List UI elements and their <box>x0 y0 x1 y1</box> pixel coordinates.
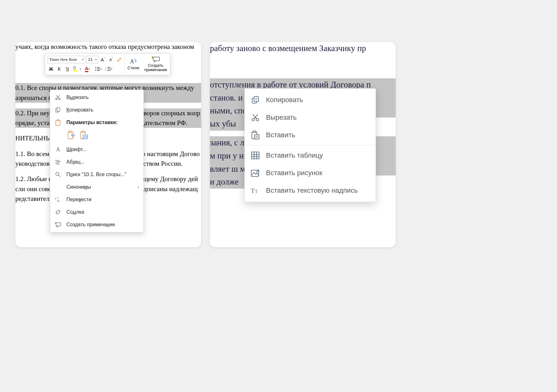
svg-rect-36 <box>255 98 257 99</box>
format-painter-button[interactable] <box>116 56 123 63</box>
menu-label: Вставить рисунок <box>266 169 370 177</box>
svg-rect-10 <box>107 69 111 69</box>
svg-rect-2 <box>97 67 100 68</box>
underline-button[interactable]: Ч <box>64 65 71 73</box>
copy-icon <box>55 107 61 113</box>
font-name-combo[interactable]: Times New Rom ▾ <box>48 56 85 63</box>
font-icon: А <box>55 146 61 153</box>
menu-label: Создать примечание <box>66 222 139 227</box>
doc-line: работу заново с возмещением Заказчику пр <box>210 42 396 55</box>
styles-icon: A <box>129 58 138 65</box>
cut-menu-item[interactable]: Вырезать <box>50 91 143 104</box>
shrink-font-button[interactable]: A˅ <box>108 56 115 63</box>
svg-rect-0 <box>73 70 78 71</box>
svg-rect-45 <box>252 152 259 159</box>
cut-menu-item[interactable]: Вырезать <box>245 109 376 126</box>
svg-text:T: T <box>251 187 255 194</box>
submenu-arrow-icon: › <box>138 185 139 190</box>
font-color-button[interactable]: А ▾ <box>83 65 92 73</box>
insert-image-menu-item[interactable]: Вставить рисунок <box>245 164 376 182</box>
italic-button[interactable]: К <box>56 65 63 73</box>
new-comment-label: Создать примечание <box>144 63 167 72</box>
scissors-icon <box>250 112 260 123</box>
editor-context-menu-panel: работу заново с возмещением Заказчику пр… <box>210 42 396 247</box>
svg-rect-18 <box>57 107 60 111</box>
comment-icon <box>55 221 61 228</box>
svg-point-51 <box>256 171 258 172</box>
svg-rect-44 <box>256 137 258 138</box>
svg-rect-22 <box>69 131 72 133</box>
doc-line: учаях, когда возможность такого отказа п… <box>15 42 201 52</box>
font-size-combo[interactable]: 11 ▾ <box>86 56 98 63</box>
text-icon: TT <box>250 186 260 196</box>
font-size-value: 11 <box>88 56 92 63</box>
grow-font-button[interactable]: A˄ <box>100 56 107 63</box>
menu-label: Вставить текстовую надпись <box>266 186 370 195</box>
menu-label: Абзац... <box>66 159 139 165</box>
svg-point-1 <box>95 67 96 68</box>
create-comment-menu-item[interactable]: Создать примечание <box>50 218 143 231</box>
menu-label: Ссылка <box>66 209 139 215</box>
clipboard-icon <box>55 119 61 126</box>
svg-rect-4 <box>97 69 100 69</box>
styles-button[interactable]: A Стили <box>125 54 142 74</box>
svg-text:A: A <box>130 58 134 65</box>
paste-picture-button[interactable] <box>79 130 89 140</box>
paragraph-icon <box>55 159 61 165</box>
menu-label: Вырезать <box>66 95 139 100</box>
svg-point-30 <box>56 172 59 175</box>
svg-text:3: 3 <box>105 70 106 71</box>
svg-rect-37 <box>255 99 257 100</box>
search-menu-item[interactable]: Поиск "10.1. Все споры..." <box>50 168 143 181</box>
dropdown-arrow-icon: ▾ <box>100 67 102 71</box>
svg-rect-26 <box>55 160 60 161</box>
menu-label: Перевести <box>66 197 139 202</box>
menu-label: Копировать <box>66 107 139 113</box>
font-menu-item[interactable]: А Шрифт... <box>50 143 143 156</box>
menu-label: Вставить <box>266 131 370 139</box>
bold-button[interactable]: Ж <box>48 65 55 73</box>
paragraph-menu-item[interactable]: Абзац... <box>50 156 143 168</box>
font-name-value: Times New Rom <box>49 56 77 63</box>
copy-icon <box>250 95 260 105</box>
synonyms-menu-item[interactable]: Синонимы › <box>50 181 143 193</box>
svg-rect-42 <box>255 135 259 139</box>
translate-icon: a字 <box>55 196 61 203</box>
insert-table-menu-item[interactable]: Вставить таблицу <box>245 147 376 164</box>
scissors-icon <box>55 94 61 101</box>
context-menu: Вырезать Копировать Параметры вставки: А <box>50 90 144 233</box>
menu-separator <box>245 145 376 145</box>
svg-text:a: a <box>55 197 56 200</box>
svg-point-39 <box>256 118 259 121</box>
menu-label: Поиск "10.1. Все споры..." <box>66 172 139 177</box>
translate-menu-item[interactable]: a字 Перевести <box>50 193 143 206</box>
dropdown-arrow-icon: ▾ <box>95 56 97 63</box>
svg-point-38 <box>252 118 254 121</box>
copy-menu-item[interactable]: Копировать <box>245 91 376 109</box>
link-menu-item[interactable]: Ссылка <box>50 206 143 218</box>
word-context-menu-panel: учаях, когда возможность такого отказа п… <box>15 42 201 247</box>
highlight-color-button[interactable]: ▾ <box>72 65 81 73</box>
svg-rect-27 <box>56 161 61 162</box>
blank-icon <box>55 184 61 191</box>
svg-point-3 <box>95 69 96 70</box>
svg-rect-35 <box>254 97 258 102</box>
styles-label: Стили <box>128 66 139 70</box>
mini-format-toolbar: Times New Rom ▾ 11 ▾ A˄ A˅ Ж <box>45 53 170 75</box>
paste-menu-item[interactable]: Вставить <box>245 126 376 144</box>
numbering-button[interactable]: 123 ▾ <box>104 65 113 73</box>
svg-text:T: T <box>255 189 258 194</box>
menu-label: Вставить таблицу <box>266 151 370 159</box>
copy-menu-item[interactable]: Копировать <box>50 104 143 116</box>
insert-text-menu-item[interactable]: TT Вставить текстовую надпись <box>245 182 376 199</box>
dropdown-arrow-icon: ▾ <box>111 67 112 71</box>
svg-point-5 <box>95 70 96 71</box>
comment-icon <box>151 56 160 63</box>
menu-label: Копировать <box>266 96 370 104</box>
svg-rect-41 <box>253 131 256 133</box>
paste-icon <box>250 130 260 140</box>
bullets-button[interactable]: ▾ <box>93 65 103 73</box>
link-icon <box>55 209 61 216</box>
new-comment-button[interactable]: Создать примечание <box>142 54 169 74</box>
paste-keep-formatting-button[interactable] <box>66 130 76 140</box>
